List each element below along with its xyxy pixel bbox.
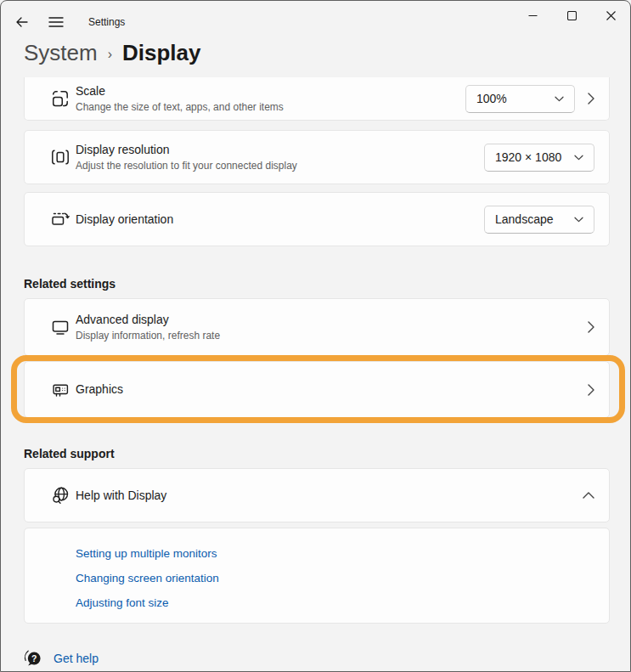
scale-icon [50,88,70,109]
maximize-button[interactable] [552,1,591,30]
title-bar: Settings [1,1,630,42]
graphics-gpu-icon [50,380,70,400]
advanced-display-subtitle: Display information, refresh rate [76,329,220,342]
back-arrow-icon [15,15,29,29]
help-link-screen-orientation[interactable]: Changing screen orientation [76,571,219,585]
minimize-button[interactable] [513,1,552,30]
related-support-header: Related support [24,447,115,460]
display-orientation-dropdown-value: Landscape [495,212,554,226]
display-orientation-dropdown[interactable]: Landscape [484,206,594,234]
get-help-label[interactable]: Get help [54,652,99,665]
breadcrumb-separator-icon: › [108,47,112,62]
help-globe-search-icon [50,485,70,505]
breadcrumb-system[interactable]: System [24,40,98,66]
help-links-panel: Setting up multiple monitors Changing sc… [24,528,610,624]
get-help-row[interactable]: ? Get help [24,649,99,667]
help-with-display-card[interactable]: Help with Display [24,468,610,522]
related-settings-header: Related settings [24,277,115,291]
display-resolution-subtitle: Adjust the resolution to fit your connec… [76,159,297,172]
hamburger-menu-icon [48,16,64,28]
chevron-right-icon [588,384,594,396]
chevron-down-icon [555,96,564,102]
navigation-menu-button[interactable] [42,8,70,36]
display-resolution-icon [50,147,70,167]
page-title: Display [122,40,201,66]
app-title: Settings [88,16,125,28]
scale-dropdown-value: 100% [476,92,507,105]
scale-card[interactable]: Scale Change the size of text, apps, and… [24,77,610,121]
display-resolution-title: Display resolution [76,142,297,158]
window-controls [513,1,630,30]
advanced-display-card[interactable]: Advanced display Display information, re… [24,298,610,356]
display-orientation-card: Display orientation Landscape [24,192,610,246]
graphics-card[interactable]: Graphics [24,361,610,418]
breadcrumb: System › Display [24,40,201,66]
scale-dropdown[interactable]: 100% [465,85,575,113]
display-resolution-card: Display resolution Adjust the resolution… [24,130,610,184]
chevron-down-icon [574,217,583,223]
scale-subtitle: Change the size of text, apps, and other… [76,100,284,114]
display-resolution-dropdown[interactable]: 1920 × 1080 [484,144,594,172]
help-link-multiple-monitors[interactable]: Setting up multiple monitors [76,546,217,561]
display-orientation-icon [50,209,70,229]
help-link-font-size[interactable]: Adjusting font size [76,596,169,610]
back-button[interactable] [8,8,36,36]
minimize-icon [528,11,538,20]
close-button[interactable] [591,1,630,30]
chevron-right-icon [588,93,594,104]
advanced-display-icon [50,317,70,337]
scale-title: Scale [76,83,284,99]
chevron-right-icon [588,321,594,333]
display-orientation-title: Display orientation [76,212,173,228]
chevron-down-icon [574,155,583,161]
advanced-display-title: Advanced display [76,312,220,328]
display-resolution-dropdown-value: 1920 × 1080 [495,150,561,164]
settings-window: { "window": { "app_title": "Settings", "… [0,0,631,672]
maximize-icon [567,11,577,20]
help-with-display-title: Help with Display [76,488,166,504]
close-icon [606,11,616,20]
graphics-title: Graphics [76,381,123,398]
get-help-icon: ? [24,649,42,667]
chevron-up-icon [583,492,594,499]
svg-text:?: ? [31,653,37,664]
